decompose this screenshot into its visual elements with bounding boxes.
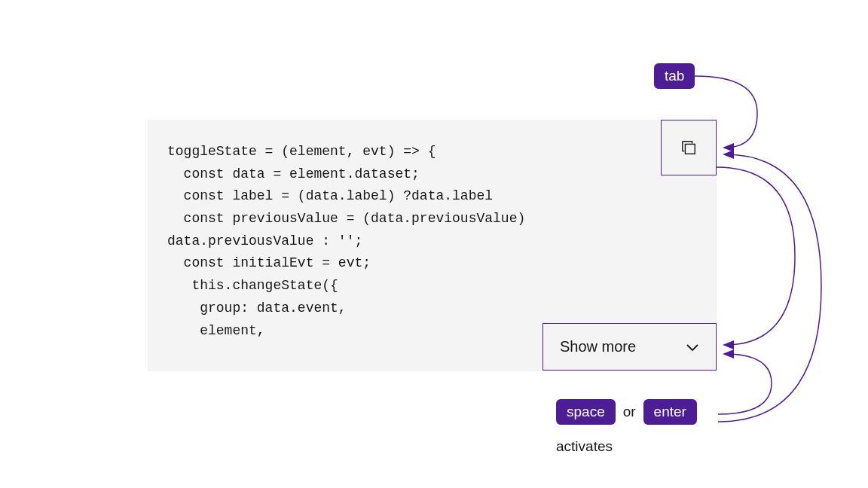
code-content: toggleState = (element, evt) => { const … <box>167 141 697 342</box>
chevron-down-icon <box>686 343 699 352</box>
or-connector: or <box>623 404 636 420</box>
space-key-chip: space <box>556 399 616 425</box>
activates-label: activates <box>556 438 613 455</box>
show-more-button[interactable]: Show more <box>542 323 717 371</box>
show-more-label: Show more <box>560 338 636 355</box>
svg-rect-0 <box>685 144 695 154</box>
copy-icon <box>680 139 697 156</box>
copy-button[interactable] <box>661 120 717 175</box>
enter-key-chip: enter <box>643 399 697 425</box>
activation-keys-row: space or enter <box>556 399 697 425</box>
tab-key-chip: tab <box>654 63 695 89</box>
